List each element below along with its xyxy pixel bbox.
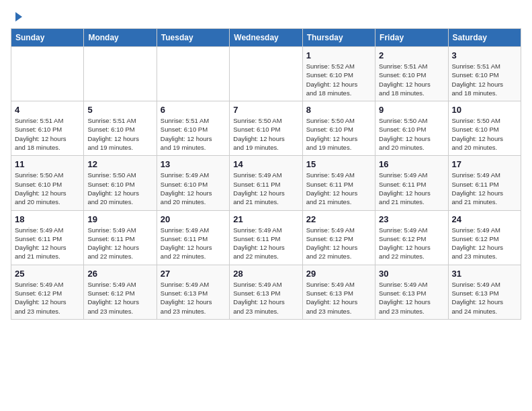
day-number: 12 xyxy=(87,159,152,169)
calendar-cell: 29Sunrise: 5:49 AM Sunset: 6:13 PM Dayli… xyxy=(302,265,375,319)
day-number: 17 xyxy=(452,159,517,169)
day-number: 3 xyxy=(452,50,517,60)
calendar-cell xyxy=(157,47,229,101)
calendar-cell: 3Sunrise: 5:51 AM Sunset: 6:10 PM Daylig… xyxy=(448,47,521,101)
calendar-week-1: 1Sunrise: 5:52 AM Sunset: 6:10 PM Daylig… xyxy=(11,47,521,101)
day-info: Sunrise: 5:50 AM Sunset: 6:10 PM Dayligh… xyxy=(87,171,152,206)
day-info: Sunrise: 5:51 AM Sunset: 6:10 PM Dayligh… xyxy=(161,116,226,152)
day-number: 15 xyxy=(306,159,371,169)
day-info: Sunrise: 5:49 AM Sunset: 6:11 PM Dayligh… xyxy=(15,226,80,261)
calendar-cell: 23Sunrise: 5:49 AM Sunset: 6:12 PM Dayli… xyxy=(375,210,448,265)
day-number: 2 xyxy=(379,50,444,60)
calendar-cell: 11Sunrise: 5:50 AM Sunset: 6:10 PM Dayli… xyxy=(11,156,84,210)
weekday-header-row: SundayMondayTuesdayWednesdayThursdayFrid… xyxy=(11,29,521,47)
svg-marker-0 xyxy=(15,12,22,21)
weekday-header-friday: Friday xyxy=(375,29,448,47)
day-number: 23 xyxy=(379,214,444,224)
day-info: Sunrise: 5:50 AM Sunset: 6:10 PM Dayligh… xyxy=(233,116,298,152)
calendar-cell: 9Sunrise: 5:50 AM Sunset: 6:10 PM Daylig… xyxy=(375,101,448,156)
calendar-cell: 20Sunrise: 5:49 AM Sunset: 6:11 PM Dayli… xyxy=(157,210,229,265)
day-info: Sunrise: 5:49 AM Sunset: 6:12 PM Dayligh… xyxy=(306,226,371,261)
day-number: 8 xyxy=(306,105,371,115)
day-info: Sunrise: 5:49 AM Sunset: 6:10 PM Dayligh… xyxy=(161,171,226,206)
calendar-cell: 8Sunrise: 5:50 AM Sunset: 6:10 PM Daylig… xyxy=(302,101,375,156)
logo xyxy=(11,11,24,23)
calendar-week-4: 18Sunrise: 5:49 AM Sunset: 6:11 PM Dayli… xyxy=(11,210,521,265)
calendar-cell: 15Sunrise: 5:49 AM Sunset: 6:11 PM Dayli… xyxy=(302,156,375,210)
day-number: 22 xyxy=(306,214,371,224)
day-number: 10 xyxy=(452,105,517,115)
header xyxy=(11,11,521,23)
day-info: Sunrise: 5:49 AM Sunset: 6:11 PM Dayligh… xyxy=(87,226,152,261)
calendar-cell: 27Sunrise: 5:49 AM Sunset: 6:13 PM Dayli… xyxy=(157,265,229,319)
day-number: 25 xyxy=(15,269,80,279)
day-number: 19 xyxy=(87,214,152,224)
calendar-cell: 1Sunrise: 5:52 AM Sunset: 6:10 PM Daylig… xyxy=(302,47,375,101)
day-number: 26 xyxy=(87,269,152,279)
day-info: Sunrise: 5:50 AM Sunset: 6:10 PM Dayligh… xyxy=(15,171,80,206)
calendar-cell xyxy=(84,47,157,101)
calendar-cell: 7Sunrise: 5:50 AM Sunset: 6:10 PM Daylig… xyxy=(230,101,302,156)
calendar-cell: 28Sunrise: 5:49 AM Sunset: 6:13 PM Dayli… xyxy=(230,265,302,319)
day-number: 16 xyxy=(379,159,444,169)
day-info: Sunrise: 5:49 AM Sunset: 6:11 PM Dayligh… xyxy=(161,226,226,261)
day-info: Sunrise: 5:49 AM Sunset: 6:12 PM Dayligh… xyxy=(452,226,517,261)
day-number: 31 xyxy=(452,269,517,279)
day-info: Sunrise: 5:51 AM Sunset: 6:10 PM Dayligh… xyxy=(379,62,444,97)
calendar-cell: 12Sunrise: 5:50 AM Sunset: 6:10 PM Dayli… xyxy=(84,156,157,210)
day-info: Sunrise: 5:49 AM Sunset: 6:13 PM Dayligh… xyxy=(306,280,371,316)
calendar-cell: 19Sunrise: 5:49 AM Sunset: 6:11 PM Dayli… xyxy=(84,210,157,265)
day-number: 21 xyxy=(233,214,298,224)
day-info: Sunrise: 5:51 AM Sunset: 6:10 PM Dayligh… xyxy=(452,62,517,97)
calendar-week-3: 11Sunrise: 5:50 AM Sunset: 6:10 PM Dayli… xyxy=(11,156,521,210)
day-number: 1 xyxy=(306,50,371,60)
day-info: Sunrise: 5:49 AM Sunset: 6:12 PM Dayligh… xyxy=(87,280,152,316)
calendar-cell: 25Sunrise: 5:49 AM Sunset: 6:12 PM Dayli… xyxy=(11,265,84,319)
calendar-table: SundayMondayTuesdayWednesdayThursdayFrid… xyxy=(11,28,521,320)
day-info: Sunrise: 5:51 AM Sunset: 6:10 PM Dayligh… xyxy=(15,116,80,152)
day-info: Sunrise: 5:49 AM Sunset: 6:11 PM Dayligh… xyxy=(233,226,298,261)
calendar-cell xyxy=(11,47,84,101)
weekday-header-saturday: Saturday xyxy=(448,29,521,47)
day-number: 5 xyxy=(87,105,152,115)
calendar-cell: 16Sunrise: 5:49 AM Sunset: 6:11 PM Dayli… xyxy=(375,156,448,210)
day-info: Sunrise: 5:49 AM Sunset: 6:13 PM Dayligh… xyxy=(379,280,444,316)
calendar-cell: 22Sunrise: 5:49 AM Sunset: 6:12 PM Dayli… xyxy=(302,210,375,265)
day-info: Sunrise: 5:49 AM Sunset: 6:11 PM Dayligh… xyxy=(306,171,371,206)
day-info: Sunrise: 5:50 AM Sunset: 6:10 PM Dayligh… xyxy=(379,116,444,152)
day-number: 20 xyxy=(161,214,226,224)
day-number: 28 xyxy=(233,269,298,279)
day-info: Sunrise: 5:51 AM Sunset: 6:10 PM Dayligh… xyxy=(87,116,152,152)
calendar-body: 1Sunrise: 5:52 AM Sunset: 6:10 PM Daylig… xyxy=(11,47,521,320)
calendar-cell: 18Sunrise: 5:49 AM Sunset: 6:11 PM Dayli… xyxy=(11,210,84,265)
day-number: 4 xyxy=(15,105,80,115)
day-number: 14 xyxy=(233,159,298,169)
calendar-cell: 31Sunrise: 5:49 AM Sunset: 6:13 PM Dayli… xyxy=(448,265,521,319)
calendar-cell: 17Sunrise: 5:49 AM Sunset: 6:11 PM Dayli… xyxy=(448,156,521,210)
day-number: 7 xyxy=(233,105,298,115)
day-info: Sunrise: 5:49 AM Sunset: 6:11 PM Dayligh… xyxy=(452,171,517,206)
day-number: 9 xyxy=(379,105,444,115)
calendar-cell xyxy=(230,47,302,101)
day-info: Sunrise: 5:49 AM Sunset: 6:13 PM Dayligh… xyxy=(452,280,517,316)
day-number: 30 xyxy=(379,269,444,279)
calendar-cell: 10Sunrise: 5:50 AM Sunset: 6:10 PM Dayli… xyxy=(448,101,521,156)
day-info: Sunrise: 5:49 AM Sunset: 6:13 PM Dayligh… xyxy=(161,280,226,316)
weekday-header-monday: Monday xyxy=(84,29,157,47)
calendar-cell: 21Sunrise: 5:49 AM Sunset: 6:11 PM Dayli… xyxy=(230,210,302,265)
day-info: Sunrise: 5:49 AM Sunset: 6:12 PM Dayligh… xyxy=(379,226,444,261)
calendar-cell: 6Sunrise: 5:51 AM Sunset: 6:10 PM Daylig… xyxy=(157,101,229,156)
day-info: Sunrise: 5:50 AM Sunset: 6:10 PM Dayligh… xyxy=(306,116,371,152)
logo-arrow-icon xyxy=(11,11,24,23)
calendar-cell: 26Sunrise: 5:49 AM Sunset: 6:12 PM Dayli… xyxy=(84,265,157,319)
weekday-header-tuesday: Tuesday xyxy=(157,29,229,47)
day-info: Sunrise: 5:52 AM Sunset: 6:10 PM Dayligh… xyxy=(306,62,371,97)
calendar-week-2: 4Sunrise: 5:51 AM Sunset: 6:10 PM Daylig… xyxy=(11,101,521,156)
day-number: 29 xyxy=(306,269,371,279)
day-number: 27 xyxy=(161,269,226,279)
day-info: Sunrise: 5:49 AM Sunset: 6:11 PM Dayligh… xyxy=(233,171,298,206)
calendar-cell: 30Sunrise: 5:49 AM Sunset: 6:13 PM Dayli… xyxy=(375,265,448,319)
day-number: 6 xyxy=(161,105,226,115)
day-number: 18 xyxy=(15,214,80,224)
weekday-header-wednesday: Wednesday xyxy=(230,29,302,47)
